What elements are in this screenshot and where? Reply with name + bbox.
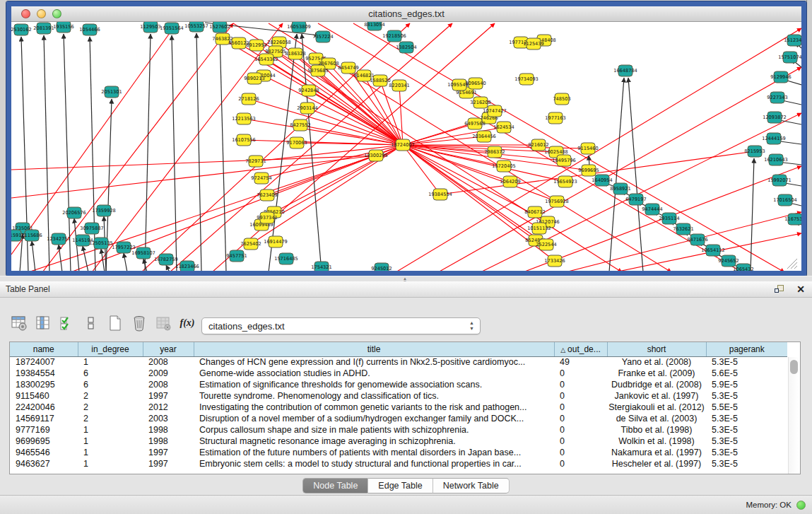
table-cell[interactable]: Estimation of significance thresholds fo… xyxy=(194,379,554,390)
graph-node[interactable]: 7829731 xyxy=(245,156,266,167)
table-cell[interactable]: Genome-wide association studies in ADHD. xyxy=(194,368,554,379)
graph-node[interactable]: 2051301 xyxy=(101,86,122,98)
table-cell[interactable]: 5.3E-5 xyxy=(706,424,787,436)
tab-edge-table[interactable]: Edge Table xyxy=(368,478,433,493)
table-cell[interactable]: Wolkin et al. (1998) xyxy=(607,436,706,447)
graph-node[interactable]: 7623409 xyxy=(257,189,277,201)
table-cell[interactable]: 14569117 xyxy=(10,413,78,424)
graph-node[interactable]: 1977163 xyxy=(545,112,565,124)
table-cell[interactable]: 9463627 xyxy=(10,458,78,469)
graph-node[interactable]: 1167534 xyxy=(784,214,801,225)
graph-node[interactable]: 12213563 xyxy=(232,113,256,124)
table-cell[interactable]: 5.3E-5 xyxy=(706,447,787,458)
table-cell[interactable]: 0 xyxy=(554,413,607,424)
table-mode-icon[interactable] xyxy=(10,314,28,332)
table-cell[interactable]: 2 xyxy=(78,413,143,424)
column-header-pagerank[interactable]: pagerank xyxy=(706,342,787,356)
graph-node[interactable]: 12342757 xyxy=(47,233,71,245)
create-column-icon[interactable] xyxy=(106,314,124,332)
table-cell[interactable]: 1 xyxy=(78,458,143,469)
table-row[interactable]: 946554611997Estimation of the future num… xyxy=(10,447,787,458)
table-cell[interactable]: 5.5E-5 xyxy=(706,402,787,413)
graph-node[interactable]: 1512345 xyxy=(784,35,801,46)
table-cell[interactable]: 49 xyxy=(554,356,607,368)
table-cell[interactable]: 0 xyxy=(554,447,607,458)
table-cell[interactable]: 19384554 xyxy=(10,368,78,379)
window-titlebar[interactable]: citations_edges.txt xyxy=(11,6,801,22)
tab-network-table[interactable]: Network Table xyxy=(433,478,510,493)
graph-node[interactable]: 2903144 xyxy=(297,103,317,114)
graph-node[interactable]: 16107556 xyxy=(232,134,256,146)
graph-node[interactable]: 16648784 xyxy=(613,65,637,76)
column-header-short[interactable]: short xyxy=(607,342,706,356)
table-cell[interactable]: 1 xyxy=(78,447,143,458)
network-canvas[interactable]: 2530162208139119351561054466112950319351… xyxy=(11,22,801,271)
table-cell[interactable]: 2 xyxy=(78,402,143,413)
graph-node[interactable]: 1054466 xyxy=(79,24,100,35)
table-cell[interactable]: Nakamura et al. (1997) xyxy=(607,447,706,458)
table-cell[interactable]: Embryonic stem cells: a model to study s… xyxy=(194,458,554,469)
graph-node[interactable]: 1935156 xyxy=(53,22,73,33)
graph-node[interactable]: 20206576 xyxy=(62,207,86,218)
table-cell[interactable]: 5.3E-5 xyxy=(706,356,787,368)
table-row[interactable]: 977716911998Corpus callosum shape and si… xyxy=(10,424,787,436)
table-cell[interactable]: Disruption of a novel member of a sodium… xyxy=(194,413,554,424)
graph-node[interactable]: 8454749 xyxy=(338,62,358,74)
graph-node[interactable]: 15751074 xyxy=(778,52,801,63)
float-panel-icon[interactable] xyxy=(775,284,785,295)
table-cell[interactable]: Stergiakouli et al. (2012) xyxy=(607,402,706,413)
graph-node[interactable]: 1754321 xyxy=(311,262,331,271)
table-cell[interactable]: 22420046 xyxy=(10,402,78,413)
table-cell[interactable]: Tibbo et al. (1998) xyxy=(607,424,706,436)
table-cell[interactable]: 1998 xyxy=(143,436,194,447)
graph-node[interactable]: 1382504 xyxy=(396,42,416,53)
graph-node[interactable]: 7632621 xyxy=(673,223,693,235)
graph-node[interactable]: 1129503 xyxy=(140,22,160,33)
table-cell[interactable]: 2 xyxy=(78,390,143,402)
column-header-in_degree[interactable]: in_degree xyxy=(78,342,143,356)
graph-node[interactable]: 9699695 xyxy=(578,165,599,176)
select-columns-icon[interactable] xyxy=(58,314,76,332)
table-cell[interactable]: Hescheler et al. (1997) xyxy=(607,458,706,469)
graph-node[interactable]: 8813054 xyxy=(364,22,384,30)
table-cell[interactable]: 2008 xyxy=(143,379,194,390)
delete-columns-icon[interactable] xyxy=(130,314,148,332)
graph-node[interactable]: 15716485 xyxy=(274,253,298,264)
graph-node[interactable]: 10553257 xyxy=(184,22,208,32)
graph-node[interactable]: 9245012 xyxy=(371,263,392,271)
table-cell[interactable]: 1998 xyxy=(143,424,194,436)
table-cell[interactable]: 5.3E-5 xyxy=(706,458,787,469)
graph-node[interactable]: 15992071 xyxy=(767,175,792,186)
table-cell[interactable]: 0 xyxy=(554,436,607,447)
graph-node[interactable]: 9170063 xyxy=(286,137,307,148)
graph-node[interactable]: 16782759 xyxy=(154,254,178,265)
table-cell[interactable]: 1997 xyxy=(143,447,194,458)
graph-node[interactable]: 30975887 xyxy=(80,223,104,234)
graph-node[interactable]: 8471676 xyxy=(687,234,707,245)
graph-node[interactable]: 2081391 xyxy=(33,23,54,34)
graph-node[interactable]: 12444159 xyxy=(762,133,786,144)
table-cell[interactable]: 9465546 xyxy=(10,447,78,458)
graph-node[interactable]: 19756928 xyxy=(545,196,569,207)
table-cell[interactable]: Dudbridge et al. (2008) xyxy=(607,379,706,390)
graph-node[interactable]: 2935114 xyxy=(659,213,679,224)
table-cell[interactable]: 2009 xyxy=(143,368,194,379)
table-cell[interactable]: 0 xyxy=(554,390,607,402)
graph-node[interactable]: 10654112 xyxy=(701,245,725,256)
graph-node[interactable]: 19218506 xyxy=(382,30,406,42)
table-cell[interactable]: 0 xyxy=(554,402,607,413)
graph-node[interactable]: 9724754 xyxy=(251,173,271,184)
table-row[interactable]: 2242004622012Investigating the contribut… xyxy=(10,402,787,413)
table-row[interactable]: 969969511998Structural magnetic resonanc… xyxy=(10,436,787,447)
table-cell[interactable]: 1 xyxy=(78,356,143,368)
graph-node[interactable]: 7986372 xyxy=(484,146,505,158)
table-row[interactable]: 911546021997Tourette syndrome. Phenomeno… xyxy=(10,390,787,402)
graph-node[interactable]: 7357224 xyxy=(312,31,333,42)
table-cell[interactable]: 9699695 xyxy=(10,436,78,447)
table-cell[interactable]: 0 xyxy=(554,368,607,379)
column-header-year[interactable]: year xyxy=(143,342,194,356)
table-cell[interactable]: Tourette syndrome. Phenomenology and cla… xyxy=(194,390,554,402)
graph-node[interactable]: 11823466 xyxy=(175,261,199,271)
graph-node[interactable]: 8220341 xyxy=(389,80,409,91)
graph-node[interactable]: 19384554 xyxy=(428,189,452,200)
